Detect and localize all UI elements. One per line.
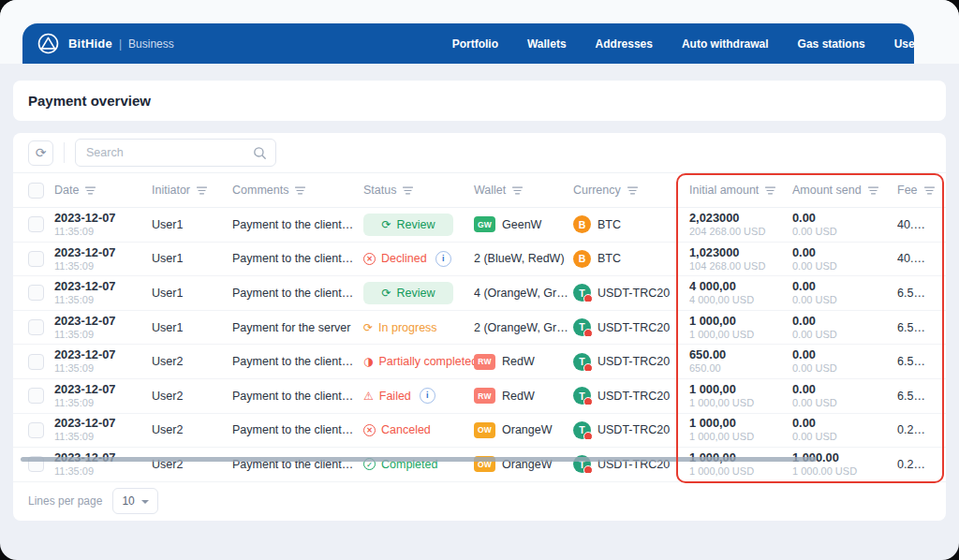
nav-item-portfolio[interactable]: Portfolio (452, 37, 498, 51)
time-value: 11:35:09 (54, 329, 152, 342)
column-header-comments[interactable]: Comments (232, 184, 363, 197)
column-header-status[interactable]: Status (363, 184, 474, 197)
fee-cell: 6.50 USD (897, 287, 946, 300)
comment-cell: Payment to the client:… (232, 355, 363, 368)
wallet-cell: 2 (BlueW, RedW) (474, 252, 573, 265)
filter-icon[interactable] (627, 186, 638, 195)
status-icon: × (363, 253, 376, 265)
fee-cell: 6.50 USD (897, 390, 946, 403)
row-checkbox[interactable] (28, 354, 44, 370)
title-band: Payment overview (13, 81, 946, 121)
currency-letter: B (579, 254, 586, 264)
fee-cell: 40.00 USD (897, 218, 946, 231)
row-checkbox[interactable] (28, 388, 44, 404)
select-all-checkbox[interactable] (28, 183, 44, 199)
wallet-cell: RW RedW (474, 354, 573, 370)
row-checkbox[interactable] (28, 319, 44, 335)
column-header-date[interactable]: Date (54, 184, 152, 197)
initial-amount-usd: 204 268.00 USD (689, 226, 792, 239)
date-cell: 2023-12-07 11:35:09 (54, 347, 152, 376)
info-icon[interactable]: i (435, 251, 451, 267)
wallet-name: RedW (502, 355, 535, 368)
nav-item-gas-stations[interactable]: Gas stations (798, 37, 865, 51)
column-header-initial-amount[interactable]: Initial amount (689, 184, 792, 197)
time-value: 11:35:09 (54, 226, 152, 239)
nav-item-wallets[interactable]: Wallets (527, 37, 567, 51)
date-value: 2023-12-07 (54, 382, 152, 397)
amount-send-cell: 0.00 0.00 USD (792, 347, 897, 376)
status-label: Declined (381, 252, 427, 265)
row-checkbox-cell (13, 251, 54, 267)
nav-item-auto-withdrawal[interactable]: Auto withdrawal (682, 37, 769, 51)
amount-send-value: 0.00 (792, 245, 897, 260)
info-icon[interactable]: i (420, 388, 435, 404)
filter-icon[interactable] (765, 186, 775, 195)
row-checkbox[interactable] (28, 285, 44, 301)
filter-icon[interactable] (403, 186, 413, 195)
nav-item-users[interactable]: Users (894, 37, 914, 51)
initial-amount-usd: 4 000,00 USD (689, 294, 792, 307)
status-icon: ⚠ (363, 391, 374, 402)
filter-icon[interactable] (512, 186, 523, 195)
search-input[interactable] (84, 145, 253, 160)
filter-icon[interactable] (868, 186, 878, 195)
column-header-initiator[interactable]: Initiator (152, 184, 232, 197)
row-checkbox[interactable] (28, 251, 44, 267)
amount-send-usd: 0.00 USD (792, 397, 897, 410)
currency-code: USDT-TRC20 (598, 390, 670, 403)
row-checkbox[interactable] (28, 422, 44, 438)
nav-item-addresses[interactable]: Addresses (596, 37, 653, 51)
date-cell: 2023-12-07 11:35:09 (54, 382, 152, 410)
date-cell: 2023-12-07 11:35:09 (54, 211, 152, 239)
table-row: 2023-12-07 11:35:09 User1 Payment to the… (13, 276, 946, 311)
currency-icon: T (573, 284, 591, 302)
row-checkbox[interactable] (28, 216, 44, 232)
filter-icon[interactable] (85, 186, 96, 195)
filter-icon[interactable] (295, 186, 305, 195)
column-header-fee[interactable]: Fee (897, 184, 952, 197)
column-header-label: Wallet (474, 184, 506, 197)
column-header-label: Initial amount (689, 184, 759, 197)
amount-send-usd: 0.00 USD (792, 294, 897, 307)
date-cell: 2023-12-07 11:35:09 (54, 450, 152, 479)
currency-cell: T USDT-TRC20 (573, 318, 689, 336)
nav-menu: PortfolioWalletsAddressesAuto withdrawal… (452, 37, 914, 51)
initial-amount-cell: 1 000,00 1 000,00 USD (689, 314, 792, 342)
currency-code: USDT-TRC20 (598, 423, 670, 436)
horizontal-scrollbar-thumb[interactable] (21, 457, 817, 462)
time-value: 11:35:09 (54, 294, 152, 307)
column-header-wallet[interactable]: Wallet (474, 184, 573, 197)
wallet-cell: 2 (OrangeW, Gr… (474, 321, 573, 334)
currency-icon: B (573, 215, 591, 233)
currency-shield-dot (583, 363, 593, 371)
amount-send-cell: 0.00 0.00 USD (792, 382, 897, 410)
wallet-name: 2 (BlueW, RedW) (474, 252, 565, 265)
filter-icon[interactable] (924, 186, 935, 195)
column-header-currency[interactable]: Currency (573, 184, 689, 197)
currency-icon: T (573, 387, 591, 405)
table-footer: Lines per page 10 (13, 482, 946, 521)
refresh-button[interactable]: ⟳ (28, 140, 53, 166)
initiator-cell: User1 (152, 252, 232, 265)
filter-icon[interactable] (197, 186, 207, 195)
status-label: In progress (378, 321, 437, 334)
currency-code: BTC (598, 218, 621, 231)
time-value: 11:35:09 (54, 260, 152, 273)
currency-letter: B (579, 220, 586, 230)
currency-icon: T (573, 353, 591, 371)
status-label: Canceled (381, 423, 431, 436)
column-header-label: Initiator (152, 184, 190, 197)
payments-card: ⟳ DateInitiatorCommentsStatusWalletCurre… (13, 133, 946, 521)
initial-amount-cell: 1,023000 104 268.00 USD (689, 245, 792, 273)
search-icon (253, 146, 267, 160)
status-cell: ⟳ In progress (363, 321, 474, 334)
lines-per-page-select[interactable]: 10 (112, 488, 157, 514)
initiator-cell: User1 (152, 218, 232, 231)
status-cell: ⟳ Review (363, 282, 474, 304)
column-header-amount-send[interactable]: Amount send (792, 184, 897, 197)
amount-send-cell: 1 000.00 1 000.00 USD (792, 450, 897, 479)
status-label: Review (397, 218, 435, 231)
table-toolbar: ⟳ (13, 133, 946, 173)
currency-shield-dot (583, 329, 593, 336)
status-cell: × Declined i (363, 251, 474, 267)
